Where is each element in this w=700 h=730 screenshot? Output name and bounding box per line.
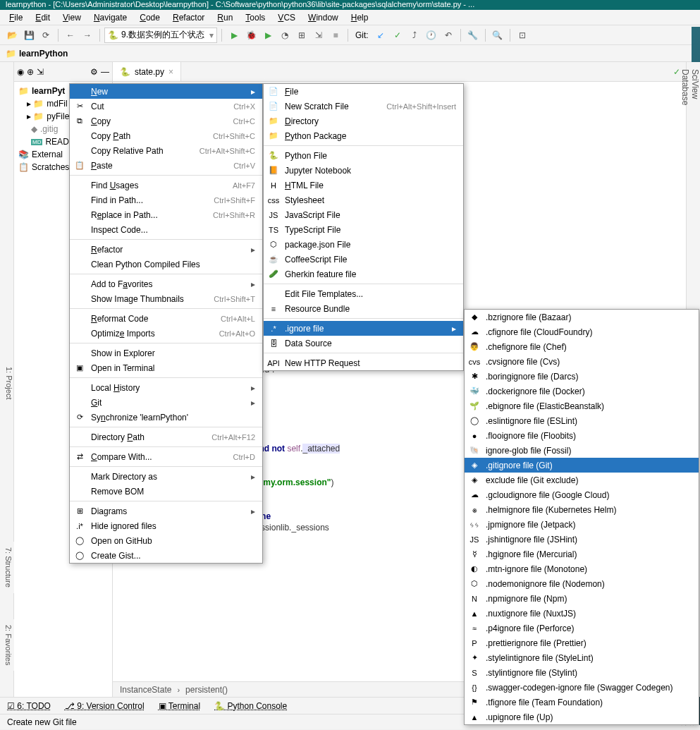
attach-icon[interactable]: ⇲ xyxy=(311,28,326,43)
todo-tool[interactable]: ☑ 6: TODO xyxy=(7,701,51,711)
menu-item[interactable]: Show Image ThumbnailsCtrl+Shift+T xyxy=(70,291,262,306)
menu-file[interactable]: File xyxy=(3,11,29,24)
menu-item[interactable]: ✱.boringignore file (Darcs) xyxy=(465,369,699,384)
coverage-icon[interactable]: ▶ xyxy=(260,28,276,43)
menu-item[interactable]: JSJavaScript File xyxy=(264,207,463,222)
menu-item[interactable]: 🌱.ebignore file (ElasticBeanstalk) xyxy=(465,399,699,413)
menu-item[interactable]: 🐍Python File xyxy=(264,148,463,163)
git-commit-icon[interactable]: ✓ xyxy=(390,28,405,43)
collapse-icon[interactable]: ⇲ xyxy=(37,67,44,77)
menu-item[interactable]: ⚑.tfignore file (Team Foundation) xyxy=(465,695,699,710)
menu-help[interactable]: Help xyxy=(345,11,375,24)
menu-item[interactable]: ☿.hgignore file (Mercurial) xyxy=(465,547,699,561)
menu-item[interactable]: APINew HTTP Request xyxy=(264,355,463,370)
menu-item[interactable]: Optimize ImportsCtrl+Alt+O xyxy=(70,326,262,341)
sync-icon[interactable]: ⟳ xyxy=(38,28,54,43)
menu-item[interactable]: JS.jshintignore file (JSHint) xyxy=(465,532,699,547)
structure-tab[interactable]: 7: Structure xyxy=(0,542,14,593)
menu-item[interactable]: Directory PathCtrl+Alt+F12 xyxy=(70,430,262,444)
debug-icon[interactable]: 🐞 xyxy=(243,28,259,43)
menu-item[interactable]: 📄New Scratch FileCtrl+Alt+Shift+Insert xyxy=(264,99,463,114)
menu-item[interactable]: HHTML File xyxy=(264,178,463,193)
menu-item[interactable]: ᛃᛃ.jpmignore file (Jetpack) xyxy=(465,517,699,532)
menu-item[interactable]: ◈.gitignore file (Git) xyxy=(465,458,699,473)
git-history-icon[interactable]: 🕐 xyxy=(424,28,439,43)
menu-code[interactable]: Code xyxy=(133,11,166,24)
menu-item[interactable]: .i*Hide ignored files xyxy=(70,518,262,533)
menu-view[interactable]: View xyxy=(56,11,87,24)
menu-item[interactable]: Clean Python Compiled Files xyxy=(70,257,262,272)
menu-item[interactable]: ◯.eslintignore file (ESLint) xyxy=(465,413,699,428)
menu-item[interactable]: Inspect Code... xyxy=(70,222,262,237)
menu-item[interactable]: Copy Relative PathCtrl+Alt+Shift+C xyxy=(70,143,262,158)
stop-icon[interactable]: ■ xyxy=(328,28,343,43)
menu-item[interactable]: Remove BOM xyxy=(70,484,262,499)
menu-item[interactable]: N.npmignore file (Npm) xyxy=(465,591,699,606)
run-config-selector[interactable]: 🐍 9.数据实例的五个状态 ▾ xyxy=(104,28,217,43)
menu-item[interactable]: TSTypeScript File xyxy=(264,222,463,237)
menu-item[interactable]: {}.swagger-codegen-ignore file (Swagger … xyxy=(465,680,699,695)
menu-item[interactable]: ⊞Diagrams▸ xyxy=(70,504,262,518)
menu-item[interactable]: ◐.mtn-ignore file (Monotone) xyxy=(465,561,699,576)
profile-icon[interactable]: ◔ xyxy=(277,28,293,43)
menu-item[interactable]: ▲.nuxtignore file (NuxtJS) xyxy=(465,606,699,621)
menu-item[interactable]: Git▸ xyxy=(70,395,262,410)
close-icon[interactable]: × xyxy=(168,67,173,77)
menu-item[interactable]: Reformat CodeCtrl+Alt+L xyxy=(70,311,262,326)
run-icon[interactable]: ▶ xyxy=(226,28,242,43)
menu-item[interactable]: Add to Favorites▸ xyxy=(70,276,262,291)
menu-item[interactable]: Local History▸ xyxy=(70,380,262,395)
git-update-icon[interactable]: ↙ xyxy=(373,28,388,43)
menu-item[interactable]: S.stylintignore file (Stylint) xyxy=(465,665,699,680)
locate-icon[interactable]: ⊕ xyxy=(27,67,34,77)
menu-item[interactable]: ◈exclude file (Git exclude) xyxy=(465,473,699,487)
open-icon[interactable]: 📂 xyxy=(4,28,20,43)
favorites-tab[interactable]: 2: Favorites xyxy=(0,619,14,671)
menu-navigate[interactable]: Navigate xyxy=(87,11,133,24)
menu-item[interactable]: ▣Open in Terminal xyxy=(70,360,262,375)
menu-item[interactable]: Replace in Path...Ctrl+Shift+R xyxy=(70,207,262,222)
menu-item[interactable]: ✦.stylelintignore file (StyleLint) xyxy=(465,650,699,665)
settings-icon[interactable]: 🔧 xyxy=(465,28,481,43)
concurrency-icon[interactable]: ⊞ xyxy=(294,28,309,43)
gear-icon[interactable]: ⚙ xyxy=(90,67,98,77)
menu-item[interactable]: Refactor▸ xyxy=(70,242,262,257)
menu-item[interactable]: ▲.upignore file (Up) xyxy=(465,710,699,724)
menu-item[interactable]: ☁.gcloudignore file (Google Cloud) xyxy=(465,487,699,502)
menu-item[interactable]: 📙Jupyter Notebook xyxy=(264,163,463,178)
menu-item[interactable]: .*.ignore file▸ xyxy=(264,321,463,336)
menu-item[interactable]: 🥒Gherkin feature file xyxy=(264,267,463,281)
menu-item[interactable]: ⧉CopyCtrl+C xyxy=(70,114,262,128)
nav-project-name[interactable]: learnPython xyxy=(19,49,68,59)
search-icon[interactable]: 🔍 xyxy=(490,28,505,43)
vcs-tool[interactable]: ⎇ 9: Version Control xyxy=(65,701,145,711)
terminal-tool[interactable]: ▣ Terminal xyxy=(159,701,200,711)
menu-tools[interactable]: Tools xyxy=(239,11,271,24)
menu-item[interactable]: ⇄Compare With...Ctrl+D xyxy=(70,449,262,464)
git-compare-icon[interactable]: ⤴ xyxy=(407,28,422,43)
menu-item[interactable]: 📁Python Package xyxy=(264,128,463,143)
menu-item[interactable]: ⬡package.json File xyxy=(264,237,463,252)
menu-refactor[interactable]: Refactor xyxy=(166,11,211,24)
menu-item[interactable]: 📄File xyxy=(264,84,463,99)
menu-item[interactable]: 👨.chefignore file (Chef) xyxy=(465,339,699,354)
menu-item[interactable]: 📋PasteCtrl+V xyxy=(70,158,262,173)
menu-item[interactable]: New▸ xyxy=(70,84,262,99)
pyconsole-tool[interactable]: 🐍 Python Console xyxy=(214,701,287,711)
menu-item[interactable]: 🗄Data Source xyxy=(264,336,463,351)
menu-item[interactable]: ≈.p4ignore file (Perforce) xyxy=(465,621,699,635)
left-tool-gutter[interactable]: 1: Project xyxy=(0,62,14,697)
menu-item[interactable]: ●.flooignore file (Floobits) xyxy=(465,428,699,443)
menu-item[interactable]: ⬡.nodemonignore file (Nodemon) xyxy=(465,576,699,591)
scope-icon[interactable]: ◉ xyxy=(17,67,24,77)
git-rollback-icon[interactable]: ↶ xyxy=(441,28,456,43)
menu-run[interactable]: Run xyxy=(211,11,239,24)
tab-state-py[interactable]: 🐍 state.py × xyxy=(113,62,181,81)
menu-item[interactable]: cvs.cvsignore file (Cvs) xyxy=(465,354,699,369)
menu-item[interactable]: Show in Explorer xyxy=(70,346,262,360)
menu-item[interactable]: 🐚ignore-glob file (Fossil) xyxy=(465,443,699,458)
menu-vcs[interactable]: VCS xyxy=(271,11,302,24)
back-icon[interactable]: ← xyxy=(63,28,78,43)
ide-scripting-icon[interactable]: ⊡ xyxy=(515,28,530,43)
menu-item[interactable]: ≡Resource Bundle xyxy=(264,301,463,316)
